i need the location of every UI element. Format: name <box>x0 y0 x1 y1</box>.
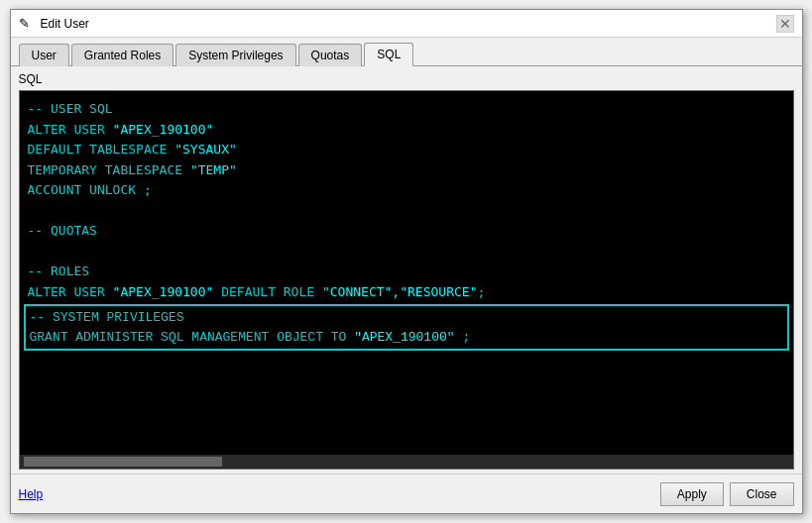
tab-bar: User Granted Roles System Privileges Quo… <box>11 38 802 66</box>
sql-temp-tablespace: TEMPORARY TABLESPACE <box>28 162 190 177</box>
sql-comment-syspriv: -- SYSTEM PRIVILEGES <box>30 310 184 325</box>
footer: Help Apply Close <box>11 473 802 513</box>
footer-right: Apply Close <box>660 482 794 506</box>
tab-quotas[interactable]: Quotas <box>298 44 363 66</box>
tab-user[interactable]: User <box>19 44 69 66</box>
tab-granted-roles[interactable]: Granted Roles <box>71 44 174 66</box>
sql-section-label: SQL <box>19 72 794 86</box>
sql-comment-quotas: -- QUOTAS <box>28 223 97 238</box>
tab-sql[interactable]: SQL <box>364 43 413 66</box>
tab-system-privileges[interactable]: System Privileges <box>175 44 295 66</box>
window-title: Edit User <box>41 17 89 31</box>
apply-button[interactable]: Apply <box>660 482 724 506</box>
sql-alter-user: ALTER USER <box>28 122 113 137</box>
content-area: SQL -- USER SQL ALTER USER "APEX_190100"… <box>11 66 802 473</box>
sql-editor[interactable]: -- USER SQL ALTER USER "APEX_190100" DEF… <box>20 91 793 455</box>
sql-account-unlock: ACCOUNT UNLOCK ; <box>28 182 152 197</box>
sql-grant: GRANT ADMINISTER SQL MANAGEMENT OBJECT T… <box>30 330 355 345</box>
sql-comment-roles: -- ROLES <box>28 263 90 278</box>
title-bar-left: ✎ Edit User <box>19 16 89 32</box>
window-close-button[interactable]: ✕ <box>776 15 794 33</box>
edit-user-window: ✎ Edit User ✕ User Granted Roles System … <box>10 9 803 514</box>
close-button[interactable]: Close <box>730 482 794 506</box>
horizontal-scrollbar-thumb[interactable] <box>24 457 222 467</box>
horizontal-scrollbar[interactable] <box>20 455 793 469</box>
sql-default-tablespace: DEFAULT TABLESPACE <box>28 142 175 157</box>
sql-comment-user: -- USER SQL <box>28 101 113 116</box>
highlighted-block: -- SYSTEM PRIVILEGES GRANT ADMINISTER SQ… <box>24 304 789 351</box>
window-icon: ✎ <box>19 16 35 32</box>
sql-editor-container: -- USER SQL ALTER USER "APEX_190100" DEF… <box>19 90 794 470</box>
sql-alter-user-role: ALTER USER <box>28 284 113 299</box>
title-bar: ✎ Edit User ✕ <box>11 10 802 38</box>
footer-left: Help <box>19 486 44 501</box>
help-button[interactable]: Help <box>19 487 44 501</box>
